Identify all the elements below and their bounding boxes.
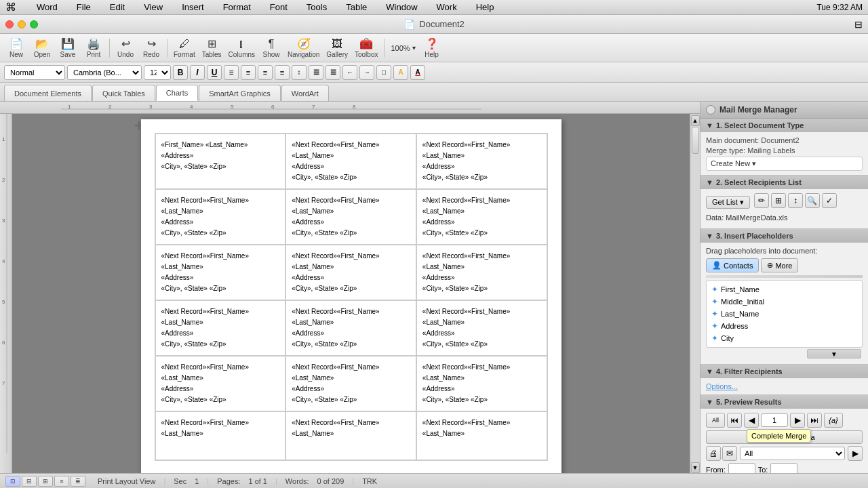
filter-icon[interactable]: ⊞ — [771, 193, 786, 208]
edit-recipients-icon[interactable]: ✏ — [754, 193, 769, 208]
numbered-list-button[interactable]: ☰ — [326, 65, 340, 80]
sort-icon[interactable]: ↕ — [788, 193, 803, 208]
align-right-button[interactable]: ≡ — [258, 65, 273, 80]
menu-work[interactable]: Work — [433, 1, 461, 14]
to-input[interactable] — [770, 463, 797, 473]
preview-last-btn[interactable]: ⏭ — [807, 413, 822, 428]
align-center-button[interactable]: ≡ — [241, 65, 256, 80]
section4-header[interactable]: ▼ 4. Filter Recipients — [701, 365, 868, 378]
gallery-button[interactable]: 🖼 Gallery — [323, 36, 351, 60]
find-icon[interactable]: 🔍 — [805, 193, 820, 208]
size-select[interactable]: 12 — [144, 65, 171, 80]
menu-edit[interactable]: Edit — [106, 1, 129, 14]
redo-button[interactable]: ↪ Redo — [139, 36, 163, 60]
menu-font[interactable]: Font — [266, 1, 292, 14]
font-color-button[interactable]: A — [410, 65, 425, 80]
indent-increase-button[interactable]: → — [359, 65, 374, 80]
preview-next-btn[interactable]: ▶ — [790, 413, 805, 428]
menu-table[interactable]: Table — [342, 1, 371, 14]
font-select[interactable]: Cambria (Bo... — [67, 65, 142, 80]
save-button[interactable]: 💾 Save — [56, 36, 80, 60]
menu-word[interactable]: Word — [33, 1, 62, 14]
maximize-button[interactable] — [30, 20, 38, 28]
collapse-icon[interactable]: ⊟ — [854, 19, 863, 30]
new-button[interactable]: 📄 New — [4, 36, 28, 60]
menu-window[interactable]: Window — [382, 1, 421, 14]
scroll-list-btn[interactable]: ▼ — [807, 349, 861, 359]
preview-first-btn[interactable]: ⏮ — [727, 413, 742, 428]
undo-button[interactable]: ↩ Undo — [113, 36, 138, 60]
menu-format[interactable]: Format — [219, 1, 255, 14]
format-button[interactable]: 🖊 Format — [171, 36, 198, 60]
help-button[interactable]: ❓ Help — [420, 36, 444, 60]
italic-button[interactable]: I — [190, 65, 205, 80]
print-button[interactable]: 🖨️ Print — [81, 36, 106, 60]
scroll-down-btn[interactable]: ▼ — [691, 462, 700, 473]
apple-menu[interactable]: ⌘ — [5, 1, 16, 14]
tab-charts[interactable]: Charts — [156, 85, 198, 101]
scroll-track[interactable] — [691, 126, 700, 462]
all-select[interactable]: All — [740, 447, 845, 460]
email-merge-icon[interactable]: ✉ — [722, 446, 737, 461]
tab-wordart[interactable]: WordArt — [281, 85, 329, 101]
section5-header[interactable]: ▼ 5. Preview Results — [701, 395, 868, 409]
close-button[interactable] — [5, 20, 14, 28]
menu-help[interactable]: Help — [472, 1, 498, 14]
scroll-up-btn[interactable]: ▲ — [691, 115, 700, 126]
scroll-thumb[interactable] — [692, 127, 699, 154]
tables-button[interactable]: ⊞ Tables — [199, 36, 224, 60]
menu-view[interactable]: View — [140, 1, 167, 14]
web-layout-view-btn[interactable]: ⊞ — [38, 476, 53, 487]
contacts-tab[interactable]: 👤 Contacts — [706, 258, 759, 272]
section1-header[interactable]: ▼ 1. Select Document Type — [701, 119, 868, 132]
placeholder-first-name[interactable]: ✦ First_Name — [709, 283, 859, 296]
tab-document-elements[interactable]: Document Elements — [4, 85, 92, 101]
section3-header[interactable]: ▼ 3. Insert Placeholders — [701, 229, 868, 243]
placeholder-middle-initial[interactable]: ✦ Middle_Initial — [709, 296, 859, 308]
print-layout-view-btn[interactable]: ⊡ — [5, 476, 20, 487]
from-input[interactable] — [728, 463, 755, 473]
draft-view-btn[interactable]: ≣ — [71, 476, 85, 487]
preview-page-input[interactable] — [761, 413, 788, 427]
complete-merge-settings-icon[interactable]: ▶ — [848, 446, 863, 461]
bold-button[interactable]: B — [173, 65, 188, 80]
menu-tools[interactable]: Tools — [302, 1, 331, 14]
justify-button[interactable]: ≡ — [275, 65, 290, 80]
line-spacing-button[interactable]: ↕ — [292, 65, 307, 80]
placeholder-last-name[interactable]: ✦ Last_Name — [709, 308, 859, 320]
full-screen-view-btn[interactable]: ⊟ — [22, 476, 37, 487]
minimize-button[interactable] — [18, 20, 26, 28]
placeholder-city[interactable]: ✦ City — [709, 332, 859, 344]
style-select[interactable]: Normal — [4, 65, 65, 80]
vertical-scrollbar[interactable]: ▲ ▼ — [690, 114, 700, 473]
preview-prev-btn[interactable]: ◀ — [744, 413, 759, 428]
tab-quick-tables[interactable]: Quick Tables — [92, 85, 155, 101]
indent-decrease-button[interactable]: ← — [342, 65, 357, 80]
document-scroll[interactable]: ✛ «First_Name» «Last_Name» «Address» «Ci… — [12, 114, 690, 473]
tab-smartart[interactable]: SmartArt Graphics — [199, 85, 280, 101]
section2-header[interactable]: ▼ 2. Select Recipients List — [701, 176, 868, 189]
menu-file[interactable]: File — [73, 1, 95, 14]
menu-insert[interactable]: Insert — [178, 1, 208, 14]
outline-view-btn[interactable]: ≡ — [54, 476, 69, 487]
open-button[interactable]: 📂 Open — [30, 36, 54, 60]
zoom-button[interactable]: 100% ▾ — [388, 36, 418, 60]
underline-button[interactable]: U — [207, 65, 222, 80]
preview-all-btn[interactable]: All — [706, 413, 725, 428]
options-link[interactable]: Options... — [706, 382, 738, 390]
border-button[interactable]: □ — [376, 65, 391, 80]
more-tab[interactable]: ⊕ More — [761, 258, 798, 272]
align-left-button[interactable]: ≡ — [224, 65, 239, 80]
print-merge-icon[interactable]: 🖨 — [706, 446, 721, 461]
show-button[interactable]: ¶ Show — [259, 36, 283, 60]
navigation-button[interactable]: 🧭 Navigation — [285, 36, 322, 60]
ab-toggle-btn[interactable]: {a} — [824, 413, 843, 428]
validate-icon[interactable]: ✓ — [822, 193, 837, 208]
get-list-button[interactable]: Get List ▾ — [706, 196, 750, 209]
columns-button[interactable]: ⫿ Columns — [226, 36, 258, 60]
bullet-list-button[interactable]: ☰ — [309, 65, 323, 80]
placeholder-address[interactable]: ✦ Address — [709, 320, 859, 332]
highlight-button[interactable]: A — [393, 65, 408, 80]
create-new-button[interactable]: Create New ▾ — [706, 157, 863, 171]
toolbox-button[interactable]: 🧰 Toolbox — [352, 36, 380, 60]
